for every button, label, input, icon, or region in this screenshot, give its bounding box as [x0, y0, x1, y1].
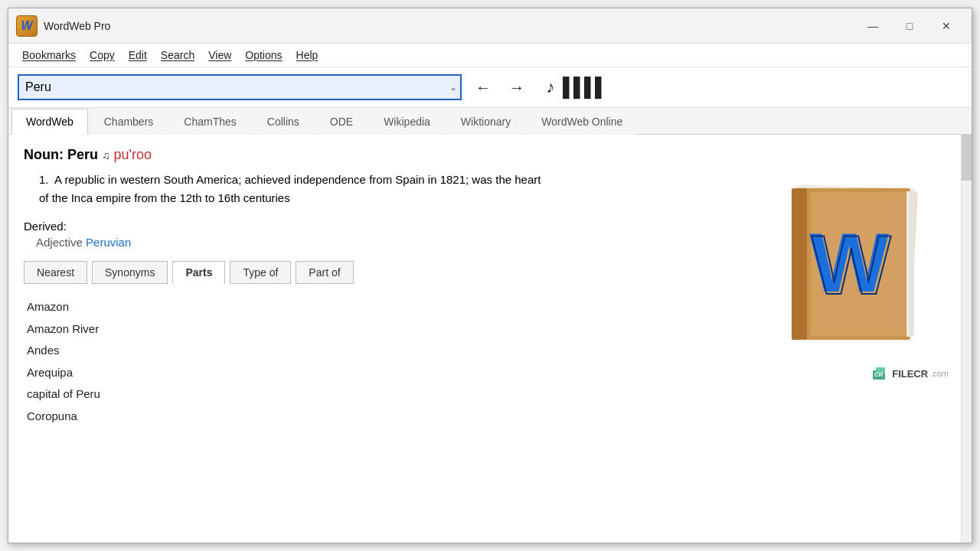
svg-rect-4 [811, 192, 906, 336]
svg-rect-1 [792, 185, 915, 337]
svg-rect-6 [910, 191, 914, 337]
tabs-row: WordWebChambersChamThesCollinsODEWikiped… [8, 108, 972, 135]
pronunciation-text: pu'roo [114, 147, 152, 162]
subtabs-row: NearestSynonymsPartsType ofPart of [24, 261, 544, 284]
peruvian-link[interactable]: Peruvian [86, 236, 131, 249]
derived-label: Derived: [24, 220, 544, 233]
svg-rect-5 [906, 191, 913, 337]
minimize-button[interactable]: — [855, 14, 890, 38]
tab-chambers[interactable]: Chambers [90, 109, 168, 135]
svg-rect-9 [873, 370, 885, 380]
audio-button[interactable]: ♪ [537, 73, 564, 101]
svg-rect-2 [792, 188, 910, 340]
svg-text:CR: CR [874, 371, 884, 378]
subtab-parts[interactable]: Parts [172, 261, 225, 284]
tab-collins[interactable]: Collins [253, 109, 314, 135]
toolbar: ⌄ ← → ♪ ▌▌▌▌ [8, 67, 972, 108]
sense-number: 1. [39, 173, 49, 186]
subtab-synonyms[interactable]: Synonyms [92, 261, 168, 284]
pos-label: Noun: [24, 147, 64, 162]
derived-section: Derived: Adjective Peruvian [24, 220, 544, 249]
library-button[interactable]: ▌▌▌▌ [570, 73, 598, 101]
subtab-type-of[interactable]: Type of [230, 261, 291, 284]
menu-item-options[interactable]: Options [239, 47, 288, 64]
app-title: WordWeb Pro [44, 20, 110, 32]
sense-text: A republic in western South America; ach… [39, 173, 541, 204]
list-item[interactable]: Arequipa [27, 362, 544, 384]
titlebar-left: W WordWeb Pro [16, 15, 110, 37]
list-item[interactable]: Amazon River [27, 318, 544, 341]
tab-wikipedia[interactable]: Wikipedia [369, 109, 445, 135]
app-icon: W [16, 15, 38, 37]
menu-item-copy[interactable]: Copy [83, 47, 121, 64]
definition-sense: 1. A republic in western South America; … [39, 171, 544, 207]
menu-item-search[interactable]: Search [155, 47, 201, 64]
maximize-button[interactable]: □ [892, 14, 927, 38]
menu-item-help[interactable]: Help [290, 47, 325, 64]
menu-item-edit[interactable]: Edit [122, 47, 153, 64]
titlebar: W WordWeb Pro — □ ✕ [8, 8, 972, 44]
tab-ode[interactable]: ODE [315, 109, 368, 135]
content-area: W W CR FILECR.com Noun: Peru ♫ pu'roo [8, 135, 972, 543]
search-container: ⌄ [18, 74, 462, 100]
scrollbar-thumb[interactable] [962, 135, 972, 181]
filecr-dotcom: .com [930, 369, 949, 378]
close-button[interactable]: ✕ [929, 14, 964, 38]
tab-wordweb-online[interactable]: WordWeb Online [527, 109, 637, 135]
adj-label: Adjective [36, 236, 83, 249]
menu-item-bookmarks[interactable]: Bookmarks [16, 47, 82, 64]
menubar: BookmarksCopyEditSearchViewOptionsHelp [8, 44, 972, 67]
pronunciation-audio-icon[interactable]: ♫ [102, 149, 110, 161]
svg-rect-10 [876, 367, 885, 373]
wordlist: AmazonAmazon RiverAndesArequipacapital o… [27, 296, 544, 427]
tab-wordweb[interactable]: WordWeb [11, 109, 88, 135]
scrollbar-track[interactable] [961, 135, 972, 543]
list-item[interactable]: Coropuna [27, 406, 544, 428]
logo-container: W W CR FILECR.com [773, 181, 949, 380]
tab-chamthes[interactable]: ChamThes [169, 109, 250, 135]
filecr-badge: CR FILECR.com [873, 367, 949, 380]
filecr-label: FILECR [892, 368, 928, 380]
list-item[interactable]: Andes [27, 340, 544, 362]
search-dropdown-icon[interactable]: ⌄ [449, 82, 457, 93]
wordweb-logo-svg: W W [773, 181, 926, 349]
derived-links: Adjective Peruvian [36, 236, 544, 249]
list-item[interactable]: capital of Peru [27, 383, 544, 406]
menu-item-view[interactable]: View [202, 47, 237, 64]
titlebar-controls: — □ ✕ [855, 14, 964, 38]
svg-rect-3 [792, 188, 807, 340]
main-window: W WordWeb Pro — □ ✕ BookmarksCopyEditSea… [8, 8, 972, 543]
forward-button[interactable]: → [503, 73, 531, 101]
filecr-icon: CR [873, 367, 890, 380]
back-button[interactable]: ← [469, 73, 497, 101]
subtab-nearest[interactable]: Nearest [24, 261, 87, 284]
def-word: Peru [67, 147, 98, 162]
tab-wiktionary[interactable]: Wiktionary [446, 109, 525, 135]
svg-text:W: W [809, 215, 889, 309]
list-item[interactable]: Amazon [27, 296, 544, 318]
subtab-part-of[interactable]: Part of [296, 261, 353, 284]
svg-rect-0 [792, 185, 918, 341]
nav-buttons: ← → ♪ ▌▌▌▌ [469, 73, 598, 101]
svg-text:W: W [812, 217, 891, 311]
definition-header: Noun: Peru ♫ pu'roo [24, 147, 544, 163]
search-input[interactable] [18, 74, 462, 100]
